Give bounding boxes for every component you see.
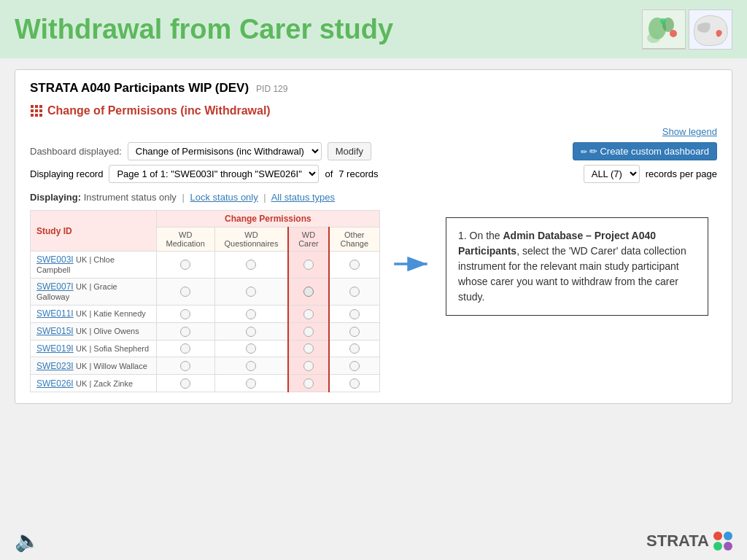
study-id-link[interactable]: SWE015I <box>36 326 74 336</box>
section-title-text: Change of Permisisons (inc Withdrawal) <box>47 104 271 117</box>
study-id-link[interactable]: SWE026I <box>36 378 74 389</box>
wd-med-cell[interactable] <box>156 340 214 357</box>
per-page-label: records per page <box>646 168 717 179</box>
study-name: UK | Willow Wallace <box>76 362 147 370</box>
radio-wd-med[interactable] <box>180 361 190 371</box>
radio-wd-med[interactable] <box>180 343 190 354</box>
other-change-cell[interactable] <box>329 322 380 340</box>
other-change-cell[interactable] <box>329 375 380 392</box>
study-id-link[interactable]: SWE007I <box>36 281 74 292</box>
filter-lock-status-link[interactable]: Lock status only <box>190 192 258 203</box>
wd-carer-cell[interactable] <box>288 375 328 392</box>
records-row: Displaying record Page 1 of 1: "SWE003I"… <box>30 165 717 183</box>
radio-wd-quest[interactable] <box>246 361 256 371</box>
radio-wd-carer[interactable] <box>303 327 314 337</box>
radio-wd-carer[interactable] <box>303 260 314 270</box>
other-change-cell[interactable] <box>329 279 380 306</box>
logo-map-1 <box>642 9 686 50</box>
modify-button[interactable]: Modify <box>328 142 371 160</box>
radio-wd-quest[interactable] <box>246 378 256 389</box>
radio-wd-quest[interactable] <box>246 287 256 297</box>
wd-quest-cell[interactable] <box>214 357 288 375</box>
wd-quest-cell[interactable] <box>214 279 288 306</box>
study-name: UK | Sofia Shepherd <box>76 344 149 353</box>
radio-other[interactable] <box>349 361 360 371</box>
page-select[interactable]: Page 1 of 1: "SWE003I" through "SWE026I" <box>109 165 319 183</box>
wd-quest-cell[interactable] <box>214 252 288 279</box>
radio-wd-med[interactable] <box>180 327 190 337</box>
wd-med-cell[interactable] <box>156 279 214 306</box>
show-legend-link[interactable]: Show legend <box>662 126 717 137</box>
other-change-cell[interactable] <box>329 252 380 279</box>
study-id-cell: SWE003I UK | Chloe Campbell <box>31 252 157 279</box>
study-id-link[interactable]: SWE023I <box>36 361 74 371</box>
study-id-cell: SWE015I UK | Olive Owens <box>31 322 157 340</box>
other-change-cell[interactable] <box>329 357 380 375</box>
wd-med-cell[interactable] <box>156 322 214 340</box>
radio-wd-med[interactable] <box>180 378 190 389</box>
other-change-cell[interactable] <box>329 306 380 323</box>
wd-med-cell[interactable] <box>156 252 214 279</box>
radio-wd-carer[interactable] <box>303 361 314 371</box>
strata-logo: STRATA <box>646 532 732 551</box>
radio-wd-quest[interactable] <box>246 309 256 319</box>
radio-other[interactable] <box>349 260 360 270</box>
radio-other[interactable] <box>349 309 360 319</box>
wd-carer-cell[interactable] <box>288 322 328 340</box>
circle-red <box>713 532 722 540</box>
arrow-container <box>391 254 435 274</box>
radio-wd-carer[interactable] <box>303 287 314 297</box>
records-count: 7 records <box>338 168 378 179</box>
page-header: Withdrawal from Carer study <box>0 0 747 58</box>
study-id-link[interactable]: SWE003I <box>36 254 74 265</box>
logo-map-2 <box>689 9 732 50</box>
radio-wd-med[interactable] <box>180 287 190 297</box>
per-page-select[interactable]: ALL (7) <box>584 165 640 183</box>
wd-carer-cell[interactable] <box>288 340 328 357</box>
permissions-table: Study ID Change Permissions WD Medicatio… <box>30 210 380 392</box>
study-id-link[interactable]: SWE011I <box>36 308 74 319</box>
radio-wd-med[interactable] <box>180 309 190 319</box>
svg-rect-11 <box>31 109 34 112</box>
radio-other[interactable] <box>349 343 360 354</box>
display-filter-row: Displaying: Instrument status only | Loc… <box>30 192 717 203</box>
radio-wd-quest[interactable] <box>246 260 256 270</box>
radio-wd-med[interactable] <box>180 260 190 270</box>
logo-area <box>642 9 732 50</box>
dashboard-controls-row: Dashboard displayed: Change of Permisiso… <box>30 142 717 160</box>
wd-quest-cell[interactable] <box>214 340 288 357</box>
filter-all-status-link[interactable]: All status types <box>271 192 335 203</box>
speaker-icon: 🔈 <box>15 529 40 553</box>
radio-wd-quest[interactable] <box>246 327 256 337</box>
study-id-cell: SWE019I UK | Sofia Shepherd <box>31 340 157 357</box>
wd-med-cell[interactable] <box>156 375 214 392</box>
radio-other[interactable] <box>349 378 360 389</box>
svg-rect-12 <box>35 109 38 112</box>
wd-quest-cell[interactable] <box>214 375 288 392</box>
other-change-cell[interactable] <box>329 340 380 357</box>
wd-carer-cell[interactable] <box>288 357 328 375</box>
study-id-cell: SWE011I UK | Katie Kennedy <box>31 306 157 323</box>
table-row: SWE019I UK | Sofia Shepherd <box>31 340 380 357</box>
wd-carer-cell[interactable] <box>288 279 328 306</box>
radio-other[interactable] <box>349 327 360 337</box>
radio-wd-carer[interactable] <box>303 309 314 319</box>
of-label: of <box>325 168 333 179</box>
radio-wd-carer[interactable] <box>303 378 314 389</box>
dashboard-select[interactable]: Change of Permisisons (inc Withdrawal) <box>128 142 322 160</box>
wd-quest-cell[interactable] <box>214 322 288 340</box>
wd-med-cell[interactable] <box>156 357 214 375</box>
create-dashboard-button[interactable]: ✏ Create custom dashboard <box>573 142 717 160</box>
wd-carer-cell[interactable] <box>288 306 328 323</box>
wd-carer-cell[interactable] <box>288 252 328 279</box>
study-id-link[interactable]: SWE019I <box>36 343 74 354</box>
table-row: SWE003I UK | Chloe Campbell <box>31 252 380 279</box>
study-id-cell: SWE026I UK | Zack Zinke <box>31 375 157 392</box>
wd-quest-cell[interactable] <box>214 306 288 323</box>
wd-med-cell[interactable] <box>156 306 214 323</box>
radio-wd-carer[interactable] <box>303 343 314 354</box>
radio-other[interactable] <box>349 287 360 297</box>
radio-wd-quest[interactable] <box>246 343 256 354</box>
main-content: STRATA A040 Participants WIP (DEV) PID 1… <box>15 69 732 404</box>
col-study-id: Study ID <box>31 211 157 252</box>
